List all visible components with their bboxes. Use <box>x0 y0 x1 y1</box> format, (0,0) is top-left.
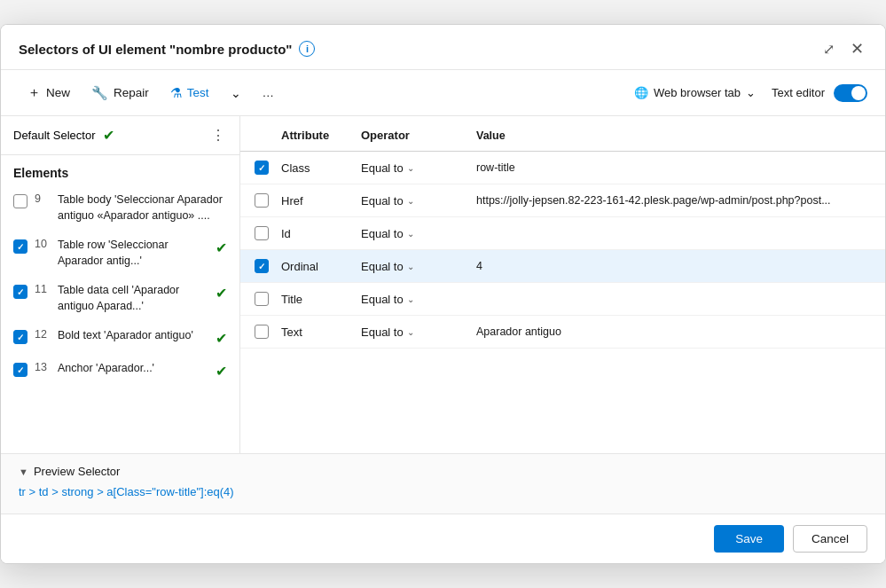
attribute-operator: Equal to ⌄ <box>361 260 476 273</box>
element-description: Bold text 'Aparador antiguo' <box>58 328 208 344</box>
list-item[interactable]: 10 Table row 'Seleccionar Aparador antig… <box>1 231 239 276</box>
right-panel: Attribute Operator Value Class Equal to … <box>240 116 885 453</box>
check-icon: ✔ <box>216 363 227 380</box>
test-button[interactable]: ⚗ Test <box>161 80 218 106</box>
check-icon: ✔ <box>216 285 227 302</box>
element-number: 13 <box>35 361 51 373</box>
element-checkbox[interactable] <box>13 285 27 299</box>
dropdown-button[interactable]: ⌄ <box>222 81 250 106</box>
save-button[interactable]: Save <box>714 525 784 553</box>
list-item[interactable]: 12 Bold text 'Aparador antiguo' ✔ <box>1 321 239 354</box>
selector-more-button[interactable]: ⋮ <box>209 125 227 145</box>
preview-header[interactable]: ▼ Preview Selector <box>19 465 867 478</box>
attribute-row[interactable]: Class Equal to ⌄ row-title <box>240 152 885 184</box>
main-content: Default Selector ✔ ⋮ Elements 9 Table bo… <box>1 116 885 453</box>
attribute-value: 4 <box>476 260 871 272</box>
attribute-checkbox[interactable] <box>255 193 269 208</box>
operator-value: Equal to <box>361 260 404 273</box>
element-description: Anchor 'Aparador...' <box>58 361 208 377</box>
preview-section: ▼ Preview Selector tr > td > strong > a[… <box>1 453 885 514</box>
attribute-checkbox[interactable] <box>255 325 269 339</box>
operator-select[interactable]: Equal to ⌄ <box>361 194 414 208</box>
selector-header: Default Selector ✔ ⋮ <box>1 116 239 155</box>
operator-select[interactable]: Equal to ⌄ <box>361 293 414 306</box>
operator-value: Equal to <box>361 194 404 208</box>
new-button[interactable]: ＋ New <box>19 79 79 106</box>
attribute-row[interactable]: Text Equal to ⌄ Aparador antiguo <box>240 316 885 349</box>
toolbar-right: 🌐 Web browser tab ⌄ Text editor <box>627 82 867 103</box>
element-number: 12 <box>35 328 51 341</box>
toolbar: ＋ New 🔧 Repair ⚗ Test ⌄ … 🌐 Web browser … <box>1 70 885 116</box>
browser-tab-button[interactable]: 🌐 Web browser tab ⌄ <box>627 82 763 103</box>
operator-select[interactable]: Equal to ⌄ <box>361 325 414 339</box>
attribute-operator: Equal to ⌄ <box>361 161 476 175</box>
attribute-name: Class <box>281 161 361 175</box>
main-dialog: Selectors of UI element "nombre producto… <box>0 24 886 564</box>
expand-button[interactable]: ⤢ <box>819 39 838 59</box>
attribute-name: Text <box>281 325 361 339</box>
title-bar-right: ⤢ ✕ <box>819 37 867 60</box>
column-attribute: Attribute <box>281 129 361 142</box>
selector-check-icon: ✔ <box>103 127 114 144</box>
attribute-checkbox[interactable] <box>255 292 269 306</box>
attribute-checkbox[interactable] <box>255 161 269 175</box>
attribute-value: Aparador antiguo <box>476 325 871 338</box>
element-description: Table row 'Seleccionar Aparador antig...… <box>58 238 208 269</box>
footer: Save Cancel <box>1 514 885 563</box>
element-description: Table body 'Seleccionar Aparador antiguo… <box>58 192 227 223</box>
operator-chevron-icon: ⌄ <box>407 294 414 304</box>
text-editor-toggle[interactable] <box>834 84 867 102</box>
attribute-row[interactable]: Ordinal Equal to ⌄ 4 <box>240 250 885 283</box>
attribute-checkbox[interactable] <box>255 259 269 273</box>
operator-select[interactable]: Equal to ⌄ <box>361 260 414 273</box>
info-icon[interactable]: i <box>299 41 315 57</box>
attribute-row[interactable]: Href Equal to ⌄ https://jolly-jepsen.82-… <box>240 184 885 217</box>
dialog-title: Selectors of UI element "nombre producto… <box>19 42 292 57</box>
operator-chevron-icon: ⌄ <box>407 196 414 206</box>
attribute-name: Href <box>281 194 361 208</box>
elements-list: Elements 9 Table body 'Seleccionar Apara… <box>1 155 239 453</box>
list-item[interactable]: 11 Table data cell 'Aparador antiguo Apa… <box>1 276 239 321</box>
element-checkbox[interactable] <box>13 363 27 377</box>
title-bar-left: Selectors of UI element "nombre producto… <box>19 41 315 57</box>
preview-code-text: tr > td > strong > a[Class="row-title"]:… <box>19 485 234 498</box>
attribute-checkbox[interactable] <box>255 226 269 240</box>
new-label: New <box>46 86 70 99</box>
attribute-name: Ordinal <box>281 260 361 273</box>
list-item[interactable]: 13 Anchor 'Aparador...' ✔ <box>1 354 239 387</box>
test-icon: ⚗ <box>170 85 182 101</box>
close-button[interactable]: ✕ <box>847 37 867 60</box>
element-checkbox[interactable] <box>13 330 27 344</box>
elements-header: Elements <box>1 155 239 185</box>
preview-code: tr > td > strong > a[Class="row-title"]:… <box>19 485 867 499</box>
element-number: 10 <box>35 238 51 250</box>
list-item[interactable]: 9 Table body 'Seleccionar Aparador antig… <box>1 185 239 231</box>
element-number: 11 <box>35 283 51 295</box>
repair-label: Repair <box>114 86 149 99</box>
selector-name-row: Default Selector ✔ <box>13 127 114 144</box>
attribute-name: Id <box>281 227 361 240</box>
browser-tab-label: Web browser tab <box>654 86 741 99</box>
selector-label: Default Selector <box>13 129 96 142</box>
chevron-down-icon: ⌄ <box>231 86 241 100</box>
attribute-operator: Equal to ⌄ <box>361 227 476 240</box>
attribute-row[interactable]: Id Equal to ⌄ <box>240 217 885 250</box>
operator-select[interactable]: Equal to ⌄ <box>361 227 414 240</box>
attribute-row[interactable]: Title Equal to ⌄ <box>240 283 885 316</box>
check-icon: ✔ <box>216 239 227 256</box>
text-editor-label: Text editor <box>772 86 825 99</box>
element-description: Table data cell 'Aparador antiguo Aparad… <box>58 283 208 314</box>
attribute-operator: Equal to ⌄ <box>361 325 476 339</box>
operator-select[interactable]: Equal to ⌄ <box>361 161 414 175</box>
more-options-button[interactable]: … <box>254 81 284 105</box>
element-checkbox[interactable] <box>13 194 27 208</box>
attributes-table: Attribute Operator Value Class Equal to … <box>240 116 885 453</box>
operator-chevron-icon: ⌄ <box>407 229 414 239</box>
attribute-name: Title <box>281 293 361 306</box>
operator-chevron-icon: ⌄ <box>407 327 414 337</box>
cancel-button[interactable]: Cancel <box>793 525 867 553</box>
globe-icon: 🌐 <box>634 86 648 99</box>
element-checkbox[interactable] <box>13 239 27 254</box>
toolbar-left: ＋ New 🔧 Repair ⚗ Test ⌄ … <box>19 79 283 106</box>
repair-button[interactable]: 🔧 Repair <box>82 80 158 106</box>
